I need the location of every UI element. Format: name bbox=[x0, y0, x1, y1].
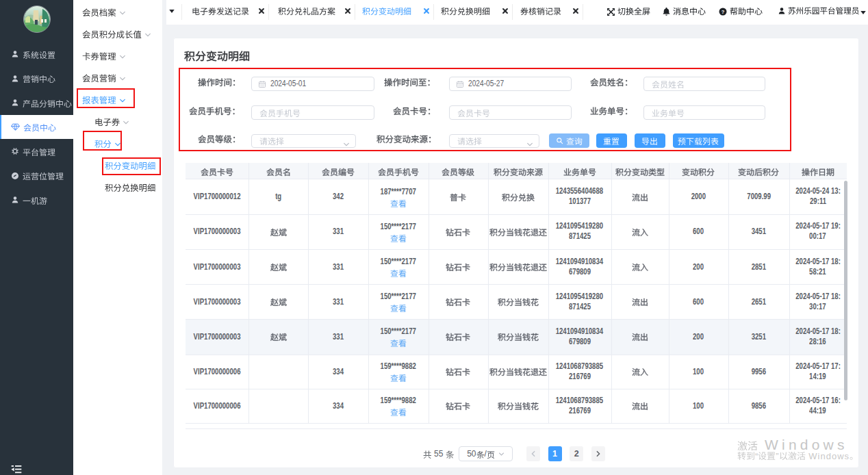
svg-text:?: ? bbox=[722, 8, 725, 14]
